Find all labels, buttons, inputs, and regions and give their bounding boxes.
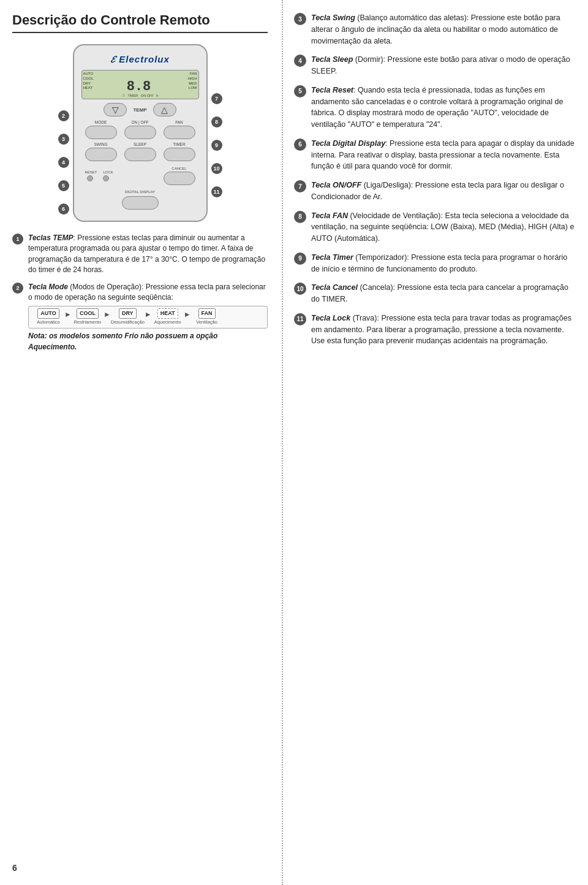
arrow-1: ► xyxy=(64,310,72,325)
desc-num-2: 2 xyxy=(12,283,23,294)
label-3: 3 xyxy=(58,134,69,145)
temp-down-button[interactable]: ▽ xyxy=(104,103,127,116)
right-desc-11: 11 Tecla Lock (Trava): Pressione esta te… xyxy=(294,313,576,347)
label-2: 2 xyxy=(58,110,69,121)
onoff-label: ON | OFF xyxy=(124,120,156,124)
row1-buttons xyxy=(81,126,199,139)
right-num-9: 9 xyxy=(294,253,306,265)
remote-logo: 𝓔 Electrolux xyxy=(81,54,199,65)
label-11: 11 xyxy=(211,186,222,197)
right-column: 3 Tecla Swing (Balanço automático das al… xyxy=(288,0,588,367)
arrow-4: ► xyxy=(184,310,191,325)
right-text-3: Tecla Swing (Balanço automático das alet… xyxy=(311,12,576,47)
label-8: 8 xyxy=(211,116,222,127)
desc-text-2: Tecla Mode (Modos de Operação): Pression… xyxy=(28,282,268,352)
onoff-button[interactable] xyxy=(124,126,156,139)
display-right-labels: FAN HIGH MED LOW xyxy=(188,72,197,91)
mode-cool: COOL Resfriamento xyxy=(72,308,104,326)
digital-display-button[interactable] xyxy=(122,196,159,210)
desc-num-1: 1 xyxy=(12,234,23,245)
left-descriptions: 1 Teclas TEMP: Pressione estas teclas pa… xyxy=(12,233,268,352)
right-num-5: 5 xyxy=(294,85,306,97)
remote-body: 𝓔 Electrolux AUTO COOL DRY HEAT 8.8 ☃ TI… xyxy=(73,44,208,222)
row1-labels: MODE ON | OFF FAN xyxy=(81,120,199,124)
digital-label: DIGITAL DISPLAY xyxy=(81,190,199,194)
sleep-button[interactable] xyxy=(124,148,156,161)
desc-text-1: Teclas TEMP: Pressione estas teclas para… xyxy=(28,233,268,276)
right-text-7: Tecla ON/OFF (Liga/Desliga): Pressione e… xyxy=(311,180,576,203)
nota-text: Nota: os modelos somento Frio não possue… xyxy=(28,331,268,352)
arrow-3: ► xyxy=(145,310,152,325)
timer-label: TIMER xyxy=(164,142,195,146)
display-left-labels: AUTO COOL DRY HEAT xyxy=(83,72,94,91)
left-column: Descrição do Controle Remoto 2 3 4 5 6 𝓔… xyxy=(0,0,279,371)
right-text-11: Tecla Lock (Trava): Pressione esta tecla… xyxy=(311,313,576,347)
right-num-7: 7 xyxy=(294,180,306,192)
cancel-group: CANCEL xyxy=(164,167,195,185)
right-num-3: 3 xyxy=(294,13,306,25)
reset-circle[interactable] xyxy=(87,175,93,181)
mode-button[interactable] xyxy=(85,126,117,139)
right-num-11: 11 xyxy=(294,313,306,325)
timer-button[interactable] xyxy=(164,148,195,161)
right-text-9: Tecla Timer (Temporizador): Pressione es… xyxy=(311,252,576,275)
mode-sequence: AUTO Automático ► COOL Resfriamento ► DR… xyxy=(28,306,268,329)
reset-text: RESET xyxy=(85,170,97,174)
right-desc-5: 5 Tecla Reset: Quando esta tecla é press… xyxy=(294,85,576,131)
remote-diagram: 2 3 4 5 6 𝓔 Electrolux AUTO COOL DRY HEA… xyxy=(12,44,268,222)
right-num-4: 4 xyxy=(294,55,306,67)
mode-auto: AUTO Automático xyxy=(32,308,64,326)
reset-lock-group: RESET LOCK xyxy=(85,170,113,181)
lock-circle[interactable] xyxy=(103,175,109,181)
fan-button[interactable] xyxy=(164,126,195,139)
right-desc-4: 4 Tecla Sleep (Dormir): Pressione este b… xyxy=(294,54,576,77)
right-num-10: 10 xyxy=(294,283,306,295)
right-desc-8: 8 Tecla FAN (Velocidade de Ventilação): … xyxy=(294,210,576,245)
swing-button[interactable] xyxy=(85,148,117,161)
page-number: 6 xyxy=(12,863,17,873)
label-5: 5 xyxy=(58,180,69,191)
lock-text: LOCK xyxy=(104,170,113,174)
desc-item-2: 2 Tecla Mode (Modos de Operação): Pressi… xyxy=(12,282,268,352)
right-num-8: 8 xyxy=(294,211,306,223)
label-10: 10 xyxy=(211,163,222,174)
fan-label: FAN xyxy=(164,120,195,124)
swing-label: SWING xyxy=(85,142,117,146)
label-7: 7 xyxy=(211,93,222,104)
column-divider xyxy=(282,0,283,885)
label-4: 4 xyxy=(58,157,69,168)
right-text-10: Tecla Cancel (Cancela): Pressione esta t… xyxy=(311,282,576,305)
right-text-6: Tecla Digital Display: Pressione esta te… xyxy=(311,138,576,172)
display-digits: 8.8 xyxy=(86,73,195,94)
digital-btn-row xyxy=(81,196,199,210)
label-9: 9 xyxy=(211,140,222,151)
right-descriptions: 3 Tecla Swing (Balanço automático das al… xyxy=(294,12,576,347)
arrow-2: ► xyxy=(104,310,111,325)
row2-buttons xyxy=(81,148,199,161)
right-text-8: Tecla FAN (Velocidade de Ventilação): Es… xyxy=(311,210,576,245)
right-desc-10: 10 Tecla Cancel (Cancela): Pressione est… xyxy=(294,282,576,305)
mode-heat: HEAT Aquecimento xyxy=(152,308,184,326)
mode-fan: FAN Ventilação xyxy=(191,308,223,326)
page-title: Descrição do Controle Remoto xyxy=(12,12,268,33)
mode-label: MODE xyxy=(85,120,117,124)
temp-label: TEMP xyxy=(133,107,146,113)
sleep-label: SLEEP xyxy=(124,142,156,146)
right-num-6: 6 xyxy=(294,139,306,151)
mode-dry: DRY Desumidificação xyxy=(111,308,145,326)
temp-row: ▽ TEMP △ xyxy=(81,103,199,116)
right-desc-6: 6 Tecla Digital Display: Pressione esta … xyxy=(294,138,576,172)
right-desc-7: 7 Tecla ON/OFF (Liga/Desliga): Pressione… xyxy=(294,180,576,203)
right-desc-3: 3 Tecla Swing (Balanço automático das al… xyxy=(294,12,576,47)
display-timer-row: ☃ TIMER ON OFF h xyxy=(122,94,159,97)
cancel-button[interactable] xyxy=(164,172,195,185)
right-desc-9: 9 Tecla Timer (Temporizador): Pressione … xyxy=(294,252,576,275)
row2-labels: SWING SLEEP TIMER xyxy=(81,142,199,146)
right-text-4: Tecla Sleep (Dormir): Pressione este bot… xyxy=(311,54,576,77)
temp-up-button[interactable]: △ xyxy=(153,103,176,116)
cancel-text: CANCEL xyxy=(164,167,195,170)
remote-display: AUTO COOL DRY HEAT 8.8 ☃ TIMER ON OFF h … xyxy=(81,70,199,99)
label-6: 6 xyxy=(58,203,69,215)
right-text-5: Tecla Reset: Quando esta tecla é pressio… xyxy=(311,85,576,131)
desc-item-1: 1 Teclas TEMP: Pressione estas teclas pa… xyxy=(12,233,268,276)
